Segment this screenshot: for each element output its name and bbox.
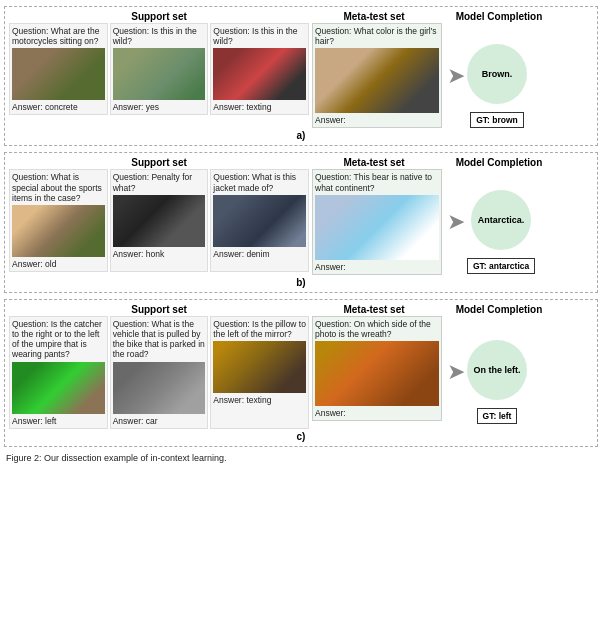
arrow-c: ➤	[447, 316, 465, 429]
support-item-a-2: Question: Is this in the wild? Answer: t…	[210, 23, 309, 115]
answer-c-2: Answer: texting	[213, 395, 306, 405]
answer-a-2: Answer: texting	[213, 102, 306, 112]
support-item-c-2: Question: Is the pillow to the left of t…	[210, 316, 309, 429]
support-header-a: Support set	[9, 11, 309, 22]
completion-bubble-c: On the left.	[467, 340, 527, 400]
image-b-0	[12, 205, 105, 257]
image-c-2	[213, 341, 306, 393]
section-label-a: a)	[9, 130, 593, 141]
answer-b-2: Answer: denim	[213, 249, 306, 259]
meta-test-b: Question: This bear is native to what co…	[312, 169, 442, 274]
answer-a-0: Answer: concrete	[12, 102, 105, 112]
meta-question-c: Question: On which side of the photo is …	[315, 319, 439, 339]
section-b: Support set Meta-test set Model Completi…	[4, 152, 598, 292]
completion-bubble-a: Brown.	[467, 44, 527, 104]
support-items-b: Question: What is special about the spor…	[9, 169, 309, 272]
support-item-a-1: Question: Is this in the wild? Answer: y…	[110, 23, 209, 115]
completion-header-c: Model Completion	[439, 304, 559, 315]
support-set-a: Question: What are the motorcycles sitti…	[9, 23, 309, 128]
support-item-b-0: Question: What is special about the spor…	[9, 169, 108, 272]
meta-item-a: Question: What color is the girl's hair?…	[312, 23, 442, 128]
question-a-1: Question: Is this in the wild?	[113, 26, 206, 46]
meta-image-a	[315, 48, 439, 113]
completion-col-a: ➤ Brown. GT: brown	[445, 23, 527, 128]
section-row-a: Question: What are the motorcycles sitti…	[9, 23, 593, 128]
support-items-a: Question: What are the motorcycles sitti…	[9, 23, 309, 115]
section-row-c: Question: Is the catcher to the right or…	[9, 316, 593, 429]
answer-b-0: Answer: old	[12, 259, 105, 269]
completion-bubble-b: Antarctica.	[471, 190, 531, 250]
meta-image-c	[315, 341, 439, 406]
arrow-a: ➤	[447, 23, 465, 128]
arrow-b: ➤	[447, 169, 465, 274]
section-row-b: Question: What is special about the spor…	[9, 169, 593, 274]
meta-question-a: Question: What color is the girl's hair?	[315, 26, 439, 46]
question-b-2: Question: What is this jacket made of?	[213, 172, 306, 192]
question-c-2: Question: Is the pillow to the left of t…	[213, 319, 306, 339]
section-a: Support set Meta-test set Model Completi…	[4, 6, 598, 146]
completion-header-b: Model Completion	[439, 157, 559, 168]
header-row-a: Support set Meta-test set Model Completi…	[9, 11, 593, 22]
question-a-2: Question: Is this in the wild?	[213, 26, 306, 46]
image-b-1	[113, 195, 206, 247]
completion-content-c: On the left. GT: left	[467, 320, 527, 424]
meta-answer-c: Answer:	[315, 408, 439, 418]
question-b-1: Question: Penalty for what?	[113, 172, 206, 192]
image-c-0	[12, 362, 105, 414]
header-row-b: Support set Meta-test set Model Completi…	[9, 157, 593, 168]
support-items-c: Question: Is the catcher to the right or…	[9, 316, 309, 429]
answer-c-0: Answer: left	[12, 416, 105, 426]
image-b-2	[213, 195, 306, 247]
question-b-0: Question: What is special about the spor…	[12, 172, 105, 203]
support-item-c-0: Question: Is the catcher to the right or…	[9, 316, 108, 429]
support-header-b: Support set	[9, 157, 309, 168]
meta-item-c: Question: On which side of the photo is …	[312, 316, 442, 421]
gt-box-c: GT: left	[477, 408, 518, 424]
meta-header-c: Meta-test set	[309, 304, 439, 315]
main-container: Support set Meta-test set Model Completi…	[0, 0, 602, 467]
question-c-1: Question: What is the vehicle that is pu…	[113, 319, 206, 360]
support-item-c-1: Question: What is the vehicle that is pu…	[110, 316, 209, 429]
image-a-2	[213, 48, 306, 100]
support-header-c: Support set	[9, 304, 309, 315]
gt-box-a: GT: brown	[470, 112, 524, 128]
completion-text-b: Antarctica.	[478, 215, 525, 225]
support-item-b-2: Question: What is this jacket made of? A…	[210, 169, 309, 272]
meta-image-b	[315, 195, 439, 260]
answer-c-1: Answer: car	[113, 416, 206, 426]
completion-text-c: On the left.	[474, 365, 521, 375]
support-item-a-0: Question: What are the motorcycles sitti…	[9, 23, 108, 115]
gt-box-b: GT: antarctica	[467, 258, 535, 274]
support-set-c: Question: Is the catcher to the right or…	[9, 316, 309, 429]
answer-a-1: Answer: yes	[113, 102, 206, 112]
figure-caption: Figure 2: Our dissection example of in-c…	[4, 453, 598, 463]
meta-test-a: Question: What color is the girl's hair?…	[312, 23, 442, 128]
section-label-c: c)	[9, 431, 593, 442]
image-a-1	[113, 48, 206, 100]
image-c-1	[113, 362, 206, 414]
completion-content-b: Antarctica. GT: antarctica	[467, 170, 535, 274]
image-a-0	[12, 48, 105, 100]
question-a-0: Question: What are the motorcycles sitti…	[12, 26, 105, 46]
completion-col-c: ➤ On the left. GT: left	[445, 316, 527, 429]
answer-b-1: Answer: honk	[113, 249, 206, 259]
completion-header-a: Model Completion	[439, 11, 559, 22]
section-c: Support set Meta-test set Model Completi…	[4, 299, 598, 447]
header-row-c: Support set Meta-test set Model Completi…	[9, 304, 593, 315]
meta-test-c: Question: On which side of the photo is …	[312, 316, 442, 429]
support-set-b: Question: What is special about the spor…	[9, 169, 309, 274]
support-item-b-1: Question: Penalty for what? Answer: honk	[110, 169, 209, 272]
meta-item-b: Question: This bear is native to what co…	[312, 169, 442, 274]
section-label-b: b)	[9, 277, 593, 288]
meta-header-b: Meta-test set	[309, 157, 439, 168]
completion-text-a: Brown.	[482, 69, 513, 79]
meta-answer-a: Answer:	[315, 115, 439, 125]
meta-answer-b: Answer:	[315, 262, 439, 272]
completion-col-b: ➤ Antarctica. GT: antarctica	[445, 169, 535, 274]
meta-header-a: Meta-test set	[309, 11, 439, 22]
completion-content-a: Brown. GT: brown	[467, 24, 527, 128]
meta-question-b: Question: This bear is native to what co…	[315, 172, 439, 192]
question-c-0: Question: Is the catcher to the right or…	[12, 319, 105, 360]
